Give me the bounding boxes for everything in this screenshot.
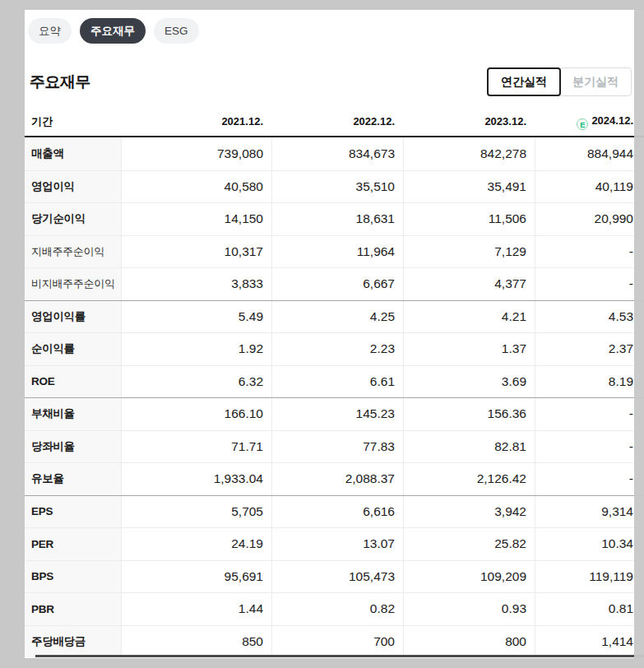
value-cell: 9,314 bbox=[535, 496, 644, 528]
value-cell: 0.93 bbox=[403, 593, 535, 625]
table-row: 비지배주주순이익3,8336,6674,377- bbox=[25, 267, 644, 300]
value-cell: 11,506 bbox=[403, 203, 535, 235]
value-cell: 25.82 bbox=[403, 528, 535, 560]
value-cell: 156.36 bbox=[403, 398, 535, 430]
value-cell: 77.83 bbox=[271, 431, 403, 463]
value-cell: 40,580 bbox=[121, 171, 271, 203]
table-row: 영업이익40,58035,51035,49140,119 bbox=[25, 170, 644, 203]
row-label: ROE bbox=[25, 366, 121, 398]
value-cell: 105,473 bbox=[271, 561, 403, 593]
value-cell: 842,278 bbox=[403, 137, 535, 170]
value-cell: 6.32 bbox=[121, 366, 271, 398]
value-cell: 5.49 bbox=[121, 301, 271, 333]
value-cell: 35,510 bbox=[271, 171, 403, 203]
row-label: 영업이익률 bbox=[25, 301, 121, 333]
table-body: 매출액739,080834,673842,278884,944영업이익40,58… bbox=[25, 137, 644, 657]
table-row: 순이익률1.922.231.372.37 bbox=[25, 332, 644, 365]
value-cell: 20,990 bbox=[535, 203, 644, 235]
table-row: PBR1.440.820.930.81 bbox=[25, 592, 644, 625]
table-row: 매출액739,080834,673842,278884,944 bbox=[25, 137, 644, 170]
value-cell: 109,209 bbox=[403, 561, 535, 593]
value-cell: 166.10 bbox=[121, 398, 271, 430]
row-label: EPS bbox=[25, 496, 121, 528]
table-header-row: 기간 2021.12.2022.12.2023.12.E2024.12. bbox=[25, 107, 644, 137]
value-cell: 834,673 bbox=[271, 137, 403, 170]
value-cell: 10,317 bbox=[121, 236, 271, 268]
row-label: 당좌비율 bbox=[25, 431, 121, 463]
table-row: 영업이익률5.494.254.214.53 bbox=[25, 300, 644, 333]
row-label: 당기순이익 bbox=[25, 203, 121, 235]
table-row: 당좌비율71.7177.8382.81- bbox=[25, 430, 644, 463]
table-row: 유보율1,933.042,088.372,126.42- bbox=[25, 462, 644, 495]
value-cell: 5,705 bbox=[121, 496, 271, 528]
value-cell: 3,833 bbox=[121, 268, 271, 300]
value-cell: 2,088.37 bbox=[271, 463, 403, 495]
page-title: 주요재무 bbox=[30, 72, 90, 93]
value-cell: 2,126.42 bbox=[403, 463, 535, 495]
value-cell: - bbox=[535, 236, 644, 268]
value-cell: 145.23 bbox=[271, 398, 403, 430]
value-cell: 4,377 bbox=[403, 268, 535, 300]
tab-summary[interactable]: 요약 bbox=[28, 18, 72, 44]
value-cell: 71.71 bbox=[121, 431, 271, 463]
quarterly-results-button[interactable]: 분기실적 bbox=[559, 67, 632, 96]
value-cell: 0.81 bbox=[535, 593, 644, 625]
value-cell: 1,414 bbox=[535, 626, 644, 658]
table-row: BPS95,691105,473109,209119,119 bbox=[25, 560, 644, 593]
row-label: BPS bbox=[25, 561, 121, 593]
value-cell: 4.25 bbox=[271, 301, 403, 333]
table-row: 당기순이익14,15018,63111,50620,990 bbox=[25, 202, 644, 235]
value-cell: 8.19 bbox=[535, 366, 644, 398]
table-row: 주당배당금8507008001,414 bbox=[25, 625, 644, 658]
row-label: 순이익률 bbox=[25, 333, 121, 365]
section-header: 주요재무 연간실적 분기실적 bbox=[30, 67, 632, 96]
estimate-icon: E bbox=[577, 118, 588, 130]
value-cell: - bbox=[535, 463, 644, 495]
table-row: PER24.1913.0725.8210.34 bbox=[25, 527, 644, 560]
financials-table: 기간 2021.12.2022.12.2023.12.E2024.12. 매출액… bbox=[25, 107, 644, 657]
value-cell: 6,616 bbox=[271, 496, 403, 528]
column-header-202112: 2021.12. bbox=[121, 115, 271, 128]
value-cell: 7,129 bbox=[403, 236, 535, 268]
value-cell: 1.37 bbox=[403, 333, 535, 365]
table-row: 부채비율166.10145.23156.36- bbox=[25, 397, 644, 430]
value-cell: - bbox=[535, 398, 644, 430]
column-header-202312: 2023.12. bbox=[403, 115, 535, 128]
value-cell: 119,119 bbox=[535, 561, 644, 593]
annual-results-button[interactable]: 연간실적 bbox=[487, 67, 561, 96]
value-cell: - bbox=[535, 268, 644, 300]
row-label: 지배주주순이익 bbox=[25, 236, 121, 268]
horizontal-scrollbar-thumb[interactable] bbox=[35, 655, 644, 657]
value-cell: 700 bbox=[271, 626, 403, 658]
value-cell: 40,119 bbox=[535, 171, 644, 203]
value-cell: 13.07 bbox=[271, 528, 403, 560]
value-cell: 3,942 bbox=[403, 496, 535, 528]
value-cell: 1,933.04 bbox=[121, 463, 271, 495]
row-label: 주당배당금 bbox=[25, 626, 121, 658]
value-cell: 4.53 bbox=[535, 301, 644, 333]
table-row: EPS5,7056,6163,9429,314 bbox=[25, 495, 644, 528]
value-cell: 82.81 bbox=[403, 431, 535, 463]
value-cell: 1.44 bbox=[121, 593, 271, 625]
value-cell: 10.34 bbox=[535, 528, 644, 560]
value-cell: 800 bbox=[403, 626, 535, 658]
row-label: 비지배주주순이익 bbox=[25, 268, 121, 300]
tab-key-financials[interactable]: 주요재무 bbox=[80, 18, 146, 44]
table-row: ROE6.326.613.698.19 bbox=[25, 365, 644, 398]
value-cell: 18,631 bbox=[271, 203, 403, 235]
column-header-202412: E2024.12. bbox=[535, 114, 644, 129]
row-label: 부채비율 bbox=[25, 398, 121, 430]
tab-esg[interactable]: ESG bbox=[154, 18, 199, 44]
value-cell: 35,491 bbox=[403, 171, 535, 203]
row-label: 매출액 bbox=[25, 137, 121, 170]
financials-card: 요약 주요재무 ESG 주요재무 연간실적 분기실적 기간 2021.12.20… bbox=[25, 10, 644, 658]
vertical-scrollbar[interactable] bbox=[634, 10, 644, 658]
value-cell: 6,667 bbox=[271, 268, 403, 300]
value-cell: 24.19 bbox=[121, 528, 271, 560]
value-cell: 739,080 bbox=[121, 137, 271, 170]
value-cell: - bbox=[535, 431, 644, 463]
value-cell: 884,944 bbox=[535, 137, 644, 170]
value-cell: 850 bbox=[121, 626, 271, 658]
value-cell: 6.61 bbox=[271, 366, 403, 398]
row-label: 유보율 bbox=[25, 463, 121, 495]
